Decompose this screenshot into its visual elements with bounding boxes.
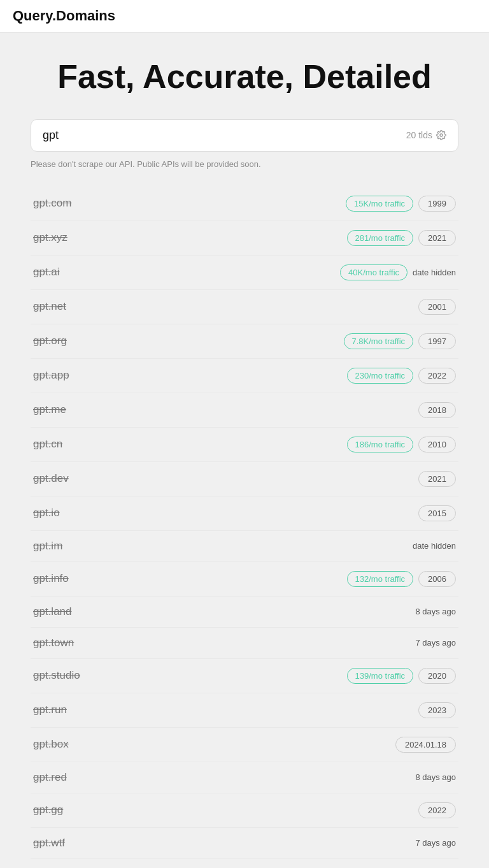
domain-name: gpt.net [33,300,116,313]
api-notice: Please don't scrape our API. Public APIs… [31,159,458,169]
domain-row[interactable]: gpt.info132/mo traffic2006 [31,562,458,597]
domain-row[interactable]: gpt.org7.8K/mo traffic1997 [31,324,458,359]
domain-badges: 40K/mo trafficdate hidden [340,264,456,280]
settings-icon[interactable] [436,130,446,140]
date-text: 7 days ago [415,638,456,647]
domain-badges: 2023 [418,702,456,718]
traffic-badge: 15K/mo traffic [346,196,413,212]
domain-row[interactable]: gpt.net2001 [31,290,458,324]
traffic-badge: 7.8K/mo traffic [344,333,414,349]
domain-name: gpt.me [33,403,116,416]
domain-name: gpt.im [33,540,116,553]
traffic-badge: 132/mo traffic [347,571,414,587]
domain-row[interactable]: gpt.box2024.01.18 [31,728,458,762]
domain-badges: 7.8K/mo traffic1997 [344,333,457,349]
domain-name: gpt.io [33,507,116,519]
domain-badges: 2021 [418,471,456,487]
domain-name: gpt.box [33,738,116,751]
domain-badges: 186/mo traffic2010 [347,437,456,452]
year-badge: 2022 [418,802,456,818]
domain-name: gpt.town [33,637,116,649]
tld-count-display: 20 tlds [406,130,446,140]
domain-badges: 132/mo traffic2006 [347,571,456,587]
traffic-badge: 230/mo traffic [347,368,414,384]
domain-name: gpt.run [33,704,116,716]
domain-badges: date hidden [413,541,456,551]
domain-badges: 15K/mo traffic1999 [346,196,456,212]
year-badge: 2015 [418,505,456,521]
domain-name: gpt.land [33,605,116,618]
year-badge: 2021 [418,471,456,487]
domain-row[interactable]: gpt.com15K/mo traffic1999 [31,187,458,221]
domain-name: gpt.info [33,572,116,585]
domain-name: gpt.ai [33,266,116,278]
domain-badges: 230/mo traffic2022 [347,368,456,384]
site-logo[interactable]: Query.Domains [13,8,476,24]
date-text: date hidden [413,268,456,277]
domain-badges: 7 days ago [415,638,456,647]
domain-name: gpt.wtf [33,837,116,850]
year-badge: 1997 [418,333,456,349]
domain-row[interactable]: gpt.cn186/mo traffic2010 [31,428,458,462]
date-text: 7 days ago [415,838,456,848]
domain-row[interactable]: gpt.gg2022 [31,793,458,828]
domain-badges: 8 days ago [415,607,456,616]
domain-name: gpt.red [33,771,116,784]
year-badge: 2022 [418,368,456,384]
tld-count-label: 20 tlds [406,130,432,140]
search-bar: 20 tlds [31,119,458,152]
domain-row[interactable]: gpt.ai40K/mo trafficdate hidden [31,256,458,290]
domain-row[interactable]: gpt.xyz281/mo traffic2021 [31,221,458,256]
year-badge: 1999 [418,196,456,212]
date-text: date hidden [413,541,456,551]
year-badge: 2006 [418,571,456,587]
domain-badges: 2022 [418,802,456,818]
domain-row[interactable]: gpt.town7 days ago [31,628,458,659]
domain-name: gpt.dev [33,472,116,485]
hero-title: Fast, Accurate, Detailed [31,58,458,96]
domain-badges: 2018 [418,402,456,418]
domain-row[interactable]: gpt.imdate hidden [31,531,458,562]
date-text: 8 days ago [415,772,456,782]
traffic-badge: 139/mo traffic [347,668,414,684]
domain-badges: 8 days ago [415,772,456,782]
site-header: Query.Domains [0,0,489,33]
domain-name: gpt.xyz [33,231,116,244]
traffic-badge: 40K/mo traffic [340,264,408,280]
year-badge: 2023 [418,702,456,718]
traffic-badge: 281/mo traffic [347,230,414,246]
domain-badges: 7 days ago [415,838,456,848]
traffic-badge: 186/mo traffic [347,437,414,452]
domain-name: gpt.cn [33,438,116,451]
domain-name: gpt.org [33,335,116,347]
domain-row[interactable]: gpt.land8 days ago [31,597,458,628]
domain-row[interactable]: gpt.dev2021 [31,462,458,496]
domain-row[interactable]: gpt.studio139/mo traffic2020 [31,659,458,693]
main-content: Fast, Accurate, Detailed 20 tlds Please … [15,33,474,868]
domain-row[interactable]: gpt.red8 days ago [31,762,458,793]
domain-name: gpt.gg [33,804,116,816]
domain-badges: 281/mo traffic2021 [347,230,456,246]
year-badge: 2018 [418,402,456,418]
domain-badges: 139/mo traffic2020 [347,668,456,684]
domain-badges: 2001 [418,299,456,315]
year-badge: 2001 [418,299,456,315]
domain-list: gpt.com15K/mo traffic1999gpt.xyz281/mo t… [31,187,458,859]
svg-point-0 [440,134,443,136]
domain-row[interactable]: gpt.me2018 [31,393,458,428]
year-badge: 2021 [418,230,456,246]
year-badge: 2024.01.18 [395,737,456,753]
year-badge: 2020 [418,668,456,684]
domain-row[interactable]: gpt.io2015 [31,496,458,531]
domain-name: gpt.app [33,369,116,382]
date-text: 8 days ago [415,607,456,616]
domain-row[interactable]: gpt.app230/mo traffic2022 [31,359,458,393]
domain-row[interactable]: gpt.run2023 [31,693,458,728]
year-badge: 2010 [418,437,456,452]
domain-badges: 2024.01.18 [395,737,456,753]
domain-name: gpt.com [33,197,116,210]
domain-name: gpt.studio [33,669,116,682]
domain-badges: 2015 [418,505,456,521]
search-input[interactable] [43,129,406,142]
domain-row[interactable]: gpt.wtf7 days ago [31,828,458,859]
